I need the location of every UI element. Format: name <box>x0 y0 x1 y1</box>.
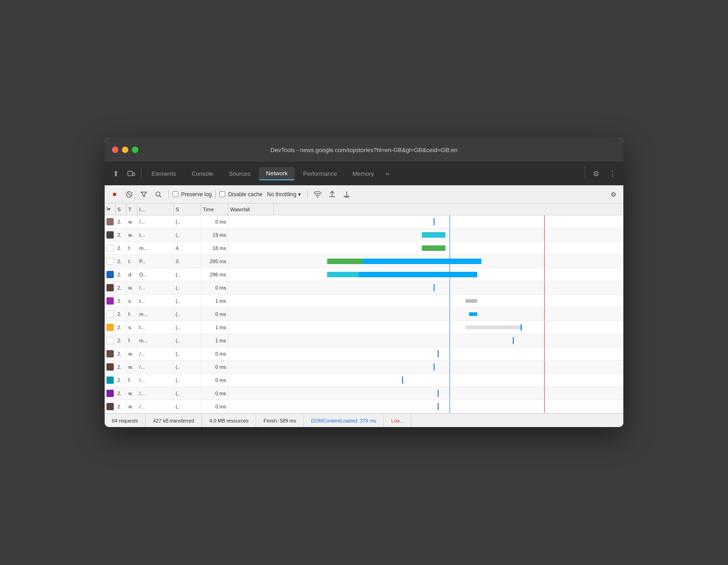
row-type: w. <box>126 229 137 241</box>
filter-icon[interactable] <box>137 188 150 201</box>
row-icon <box>105 268 116 281</box>
close-button[interactable] <box>112 147 118 153</box>
record-button[interactable]: ● <box>108 188 121 201</box>
row-size: (.. <box>174 347 201 360</box>
row-status: 2. <box>116 268 126 281</box>
row-size: (.. <box>174 374 201 387</box>
row-type: f. <box>126 374 137 387</box>
col-time[interactable]: Time <box>201 204 228 215</box>
svg-line-5 <box>160 195 162 197</box>
svg-rect-1 <box>133 173 135 176</box>
row-initiator: /... <box>137 400 174 413</box>
table-row[interactable]: 2.w./...(..0 ms <box>105 215 623 229</box>
table-row[interactable]: 2.f.m...(..0 ms <box>105 308 623 321</box>
devtools-window: DevTools - news.google.com/topstories?hl… <box>105 138 623 427</box>
row-size: (.. <box>174 400 201 413</box>
table-row[interactable]: 2.w./...(..0 ms <box>105 361 623 374</box>
row-icon <box>105 374 116 387</box>
maximize-button[interactable] <box>132 147 138 153</box>
table-row[interactable]: 2.f.m...4.18 ms <box>105 242 623 255</box>
row-type: s. <box>126 295 137 307</box>
device-icon[interactable] <box>124 166 138 181</box>
toolbar-sep-1 <box>168 190 169 199</box>
col-size[interactable]: S <box>174 204 201 215</box>
row-time: 0 ms <box>201 400 228 413</box>
row-status: 2. <box>116 347 126 360</box>
disable-cache-input[interactable] <box>219 191 225 197</box>
row-initiator: m... <box>137 242 174 255</box>
col-status[interactable]: S <box>116 204 126 215</box>
settings-icon[interactable]: ⚙ <box>589 166 603 181</box>
row-type: f. <box>126 308 137 321</box>
table-row[interactable]: 2.t.P...3.295 ms <box>105 255 623 268</box>
row-time: 1 ms <box>201 295 228 307</box>
row-waterfall <box>228 374 623 387</box>
network-table: I▾ S T I... S Time Waterfall 2.w./...(..… <box>105 204 623 413</box>
col-waterfall <box>274 204 623 215</box>
more-options-icon[interactable]: ⋮ <box>605 166 620 181</box>
wifi-icon[interactable] <box>311 188 324 201</box>
row-size: (.. <box>174 215 201 228</box>
row-icon <box>105 215 116 228</box>
throttle-selector[interactable]: No throttling ▾ <box>264 190 304 199</box>
tab-console[interactable]: Console <box>184 168 221 180</box>
table-row[interactable]: 2.w.t...(..19 ms <box>105 229 623 242</box>
tab-elements[interactable]: Elements <box>144 168 183 180</box>
toolbar-sep-3 <box>307 190 308 199</box>
row-icon <box>105 295 116 307</box>
row-initiator: O... <box>137 268 174 281</box>
window-title: DevTools - news.google.com/topstories?hl… <box>271 147 458 153</box>
disable-cache-checkbox[interactable]: Disable cache <box>219 191 262 198</box>
col-filter[interactable]: I▾ <box>105 204 116 215</box>
dom-content-loaded[interactable]: DOMContentLoaded: 378 ms <box>304 414 384 427</box>
resources-size: 4.0 MB resources <box>202 414 256 427</box>
tab-memory[interactable]: Memory <box>345 168 381 180</box>
row-time: 19 ms <box>201 229 228 241</box>
row-initiator: t... <box>137 321 174 334</box>
row-waterfall <box>228 281 623 294</box>
table-header-row: I▾ S T I... S Time Waterfall <box>105 204 623 215</box>
table-row[interactable]: 2.w./...(..0 ms <box>105 400 623 413</box>
search-icon[interactable] <box>152 188 165 201</box>
row-time: 0 ms <box>201 387 228 400</box>
table-row[interactable]: 2.w./...(..0 ms <box>105 281 623 295</box>
preserve-log-input[interactable] <box>172 191 178 197</box>
row-status: 2. <box>116 281 126 294</box>
table-row[interactable]: 2.w./...(..0 ms <box>105 387 623 400</box>
row-initiator: m... <box>137 308 174 321</box>
row-type: w. <box>126 387 137 400</box>
load-event[interactable]: Loa... <box>384 414 412 427</box>
preserve-log-checkbox[interactable]: Preserve log <box>172 191 212 198</box>
row-waterfall <box>228 347 623 360</box>
more-tabs-icon[interactable]: » <box>382 167 393 180</box>
table-row[interactable]: 2.d.O...(..296 ms <box>105 268 623 281</box>
upload-icon[interactable] <box>326 188 339 201</box>
table-row[interactable]: 2.s.t...(..1 ms <box>105 321 623 334</box>
table-row[interactable]: 2.s.t...(..1 ms <box>105 295 623 308</box>
tab-performance[interactable]: Performance <box>296 168 344 180</box>
row-time: 0 ms <box>201 374 228 387</box>
row-status: 2. <box>116 334 126 347</box>
transferred-size: 427 kB transferred <box>146 414 202 427</box>
table-row[interactable]: 2.w./...(..0 ms <box>105 347 623 361</box>
minimize-button[interactable] <box>122 147 128 153</box>
download-icon[interactable] <box>340 188 353 201</box>
row-time: 0 ms <box>201 347 228 360</box>
row-icon <box>105 321 116 334</box>
tabs-bar: ⬆ Elements Console Sources Network Perfo… <box>105 162 623 185</box>
clear-button[interactable] <box>123 188 136 201</box>
tab-network[interactable]: Network <box>259 167 295 180</box>
network-settings-icon[interactable]: ⚙ <box>607 188 620 201</box>
table-row[interactable]: 2.f.m...(..1 ms <box>105 334 623 347</box>
cursor-icon[interactable]: ⬆ <box>108 166 123 181</box>
col-type[interactable]: T <box>126 204 137 215</box>
row-time: 295 ms <box>201 255 228 268</box>
row-waterfall <box>228 361 623 373</box>
col-initiator[interactable]: I... <box>137 204 174 215</box>
row-type: w. <box>126 361 137 373</box>
row-status: 2. <box>116 400 126 413</box>
row-waterfall <box>228 321 623 334</box>
table-row[interactable]: 2.f./...(..0 ms <box>105 374 623 387</box>
col-waterfall-label[interactable]: Waterfall <box>228 204 274 215</box>
tab-sources[interactable]: Sources <box>222 168 258 180</box>
